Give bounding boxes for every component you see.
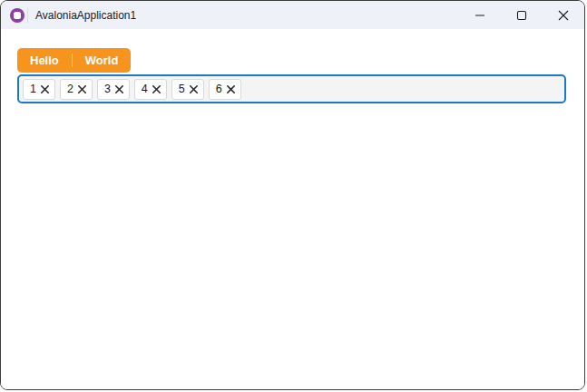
avalonia-logo-icon: [10, 8, 24, 23]
close-icon: [41, 83, 49, 96]
remove-tag-button[interactable]: [152, 83, 161, 96]
caption-buttons: [459, 1, 584, 29]
tag-label: 5: [179, 83, 185, 95]
close-button[interactable]: [543, 1, 584, 29]
tag-label: 4: [142, 83, 148, 95]
window-title: AvaloniaApplication1: [35, 9, 136, 22]
tag-chip: 2: [60, 79, 93, 100]
title-bar: AvaloniaApplication1: [1, 1, 584, 29]
titlebar-divider: [27, 8, 28, 23]
tag-chip: 6: [209, 79, 241, 100]
tag-chip: 4: [134, 79, 167, 100]
tag-label: 6: [216, 83, 222, 95]
remove-tag-button[interactable]: [41, 83, 49, 96]
tag-label: 2: [67, 83, 73, 95]
close-icon: [190, 83, 198, 96]
tab-world[interactable]: World: [73, 48, 132, 73]
remove-tag-button[interactable]: [78, 83, 86, 96]
tag-label: 1: [30, 83, 36, 95]
tags-input-box[interactable]: 1 2 3: [17, 74, 566, 103]
minimize-icon: [474, 10, 485, 21]
close-icon: [227, 83, 235, 96]
tag-chip: 1: [23, 79, 55, 100]
app-window: AvaloniaApplication1 Hello: [0, 0, 585, 390]
tab-world-label: World: [85, 54, 119, 67]
tag-chip: 5: [171, 79, 204, 100]
remove-tag-button[interactable]: [115, 83, 123, 96]
tag-label: 3: [104, 83, 111, 95]
remove-tag-button[interactable]: [190, 83, 198, 96]
close-icon: [115, 83, 123, 96]
tag-chip: 3: [97, 79, 130, 100]
tab-strip: Hello World: [17, 48, 131, 73]
remove-tag-button[interactable]: [227, 83, 235, 96]
tab-hello[interactable]: Hello: [17, 48, 72, 73]
maximize-button[interactable]: [501, 1, 543, 29]
tab-hello-label: Hello: [30, 54, 59, 67]
minimize-button[interactable]: [459, 1, 501, 29]
window-content: Hello World 1 2: [1, 29, 584, 390]
close-icon: [558, 10, 569, 21]
close-icon: [78, 83, 86, 96]
maximize-icon: [516, 10, 527, 21]
close-icon: [152, 83, 161, 96]
